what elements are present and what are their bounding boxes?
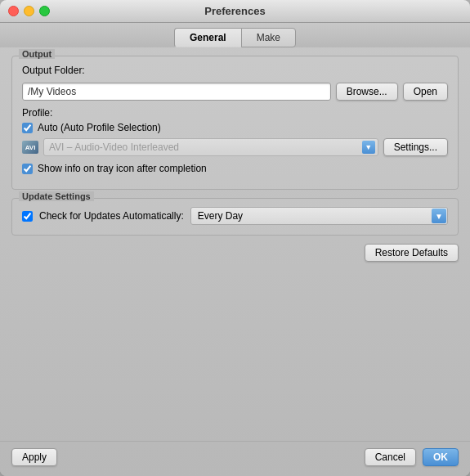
update-checkbox-label: Check for Updates Automatically: xyxy=(39,210,184,222)
profile-label: Profile: xyxy=(22,107,52,119)
open-button[interactable]: Open xyxy=(403,83,448,101)
profile-row: AVI AVI – Audio-Video Interleaved ▼ Sett… xyxy=(22,138,448,156)
apply-button[interactable]: Apply xyxy=(11,448,57,466)
profile-select: AVI – Audio-Video Interleaved xyxy=(43,138,378,156)
window-title: Preferences xyxy=(204,5,265,17)
tab-general[interactable]: General xyxy=(174,28,241,47)
show-info-row: Show info on tray icon after completion xyxy=(22,163,448,174)
minimize-button[interactable] xyxy=(24,6,34,16)
update-row: Check for Updates Automatically: Every D… xyxy=(22,207,448,225)
auto-checkbox-row: Auto (Auto Profile Selection) xyxy=(22,122,448,133)
title-bar: Preferences xyxy=(0,0,470,23)
show-info-label: Show info on tray icon after completion xyxy=(38,163,207,174)
auto-checkbox[interactable] xyxy=(22,123,33,133)
restore-defaults-button[interactable]: Restore Defaults xyxy=(365,244,459,262)
update-checkbox[interactable] xyxy=(22,211,33,222)
folder-input[interactable] xyxy=(22,83,331,101)
restore-defaults-row: Restore Defaults xyxy=(11,244,459,268)
close-button[interactable] xyxy=(8,6,19,16)
tab-bar: General Make xyxy=(0,23,470,47)
update-group: Update Settings Check for Updates Automa… xyxy=(11,198,459,236)
main-content: Output Output Folder: Browse... Open Pro… xyxy=(0,47,470,441)
profile-select-wrapper: AVI – Audio-Video Interleaved ▼ xyxy=(43,138,378,156)
auto-checkbox-label: Auto (Auto Profile Selection) xyxy=(38,122,161,133)
update-group-label: Update Settings xyxy=(19,191,94,201)
window-controls xyxy=(8,6,50,16)
browse-button[interactable]: Browse... xyxy=(336,83,398,101)
profile-label-row: Profile: xyxy=(22,107,448,119)
output-folder-row: Output Folder: xyxy=(22,65,448,76)
cancel-button[interactable]: Cancel xyxy=(365,448,416,466)
folder-label: Output Folder: xyxy=(22,65,85,76)
ok-button[interactable]: OK xyxy=(423,448,459,466)
profile-icon: AVI xyxy=(22,141,38,154)
bottom-bar: Apply Cancel OK xyxy=(0,441,470,476)
show-info-checkbox[interactable] xyxy=(22,164,33,174)
update-frequency-select[interactable]: Every Day Every Week Every Month Never xyxy=(190,207,448,225)
preferences-window: Preferences General Make Output Output F… xyxy=(0,0,470,476)
settings-button[interactable]: Settings... xyxy=(383,138,448,156)
maximize-button[interactable] xyxy=(39,6,50,16)
folder-input-row: Browse... Open xyxy=(22,83,448,101)
output-group: Output Output Folder: Browse... Open Pro… xyxy=(11,56,459,190)
update-select-wrapper: Every Day Every Week Every Month Never ▼ xyxy=(190,207,448,225)
output-group-label: Output xyxy=(19,49,55,59)
bottom-right-buttons: Cancel OK xyxy=(365,448,459,466)
tab-make[interactable]: Make xyxy=(241,28,296,47)
